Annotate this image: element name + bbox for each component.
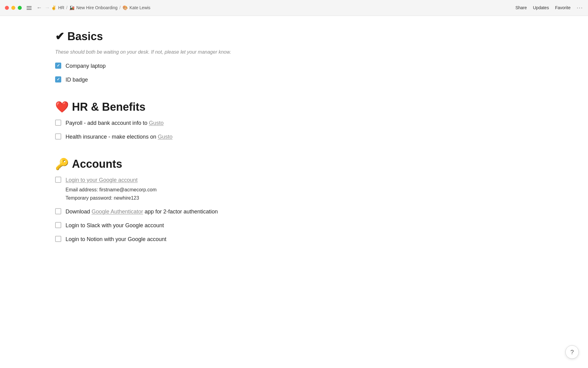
maximize-button[interactable] [18,6,22,10]
basics-title: ✔ Basics [55,28,251,45]
list-item: Download Google Authenticator app for 2-… [55,208,251,216]
hr-benefits-checklist: Payroll - add bank account info to Gusto… [55,119,251,141]
breadcrumb: ✌️ HR / 🚂 New Hire Onboarding / 🎨 Kate L… [51,5,515,11]
checkbox-google[interactable] [55,177,61,183]
breadcrumb-emoji-2: 🚂 [69,5,74,11]
badge-label: ID badge [66,76,88,84]
section-hr-benefits: ❤️ HR & Benefits Payroll - add bank acco… [55,99,251,141]
basics-checklist: Company laptop ID badge [55,62,251,84]
main-content: ✔ Basics These should both be waiting on… [0,16,306,270]
close-button[interactable] [5,6,9,10]
accounts-checklist: Login to your Google account Email addre… [55,176,251,243]
breadcrumb-hr[interactable]: HR [58,5,64,11]
accounts-title: 🔑 Accounts [55,156,251,172]
authenticator-link[interactable]: Google Authenticator [92,209,143,215]
laptop-label: Company laptop [66,62,106,70]
breadcrumb-emoji-1: ✌️ [51,5,56,11]
list-item: Login to your Google account Email addre… [55,176,251,202]
section-basics: ✔ Basics These should both be waiting on… [55,28,251,84]
minimize-button[interactable] [11,6,15,10]
checkbox-badge[interactable] [55,76,61,82]
menu-icon[interactable] [27,6,32,10]
basics-emoji: ✔ [55,28,64,45]
more-menu-button[interactable]: ··· [577,4,583,12]
titlebar: ← → ✌️ HR / 🚂 New Hire Onboarding / 🎨 Ka… [0,0,588,16]
traffic-lights [5,6,22,10]
section-accounts: 🔑 Accounts Login to your Google account … [55,156,251,243]
hr-benefits-title: ❤️ HR & Benefits [55,99,251,115]
basics-subtitle: These should both be waiting on your des… [55,48,251,56]
checkbox-authenticator[interactable] [55,208,61,214]
list-item: Health insurance - make elections on Gus… [55,133,251,141]
back-button[interactable]: ← [35,3,43,12]
payroll-label: Payroll - add bank account info to Gusto [66,119,164,127]
list-item: Login to Slack with your Google account [55,221,251,230]
share-button[interactable]: Share [515,5,527,11]
checkbox-slack[interactable] [55,222,61,228]
breadcrumb-kate[interactable]: Kate Lewis [130,5,150,11]
gusto-link-health[interactable]: Gusto [158,134,172,140]
forward-button[interactable]: → [43,3,51,12]
list-item: Company laptop [55,62,251,70]
list-item: Login to Notion with your Google account [55,235,251,243]
list-item: Payroll - add bank account info to Gusto [55,119,251,127]
list-item: ID badge [55,76,251,84]
slack-label: Login to Slack with your Google account [66,221,164,230]
updates-button[interactable]: Updates [533,5,549,11]
accounts-emoji: 🔑 [55,156,69,172]
google-account-link[interactable]: Login to your Google account [66,177,138,183]
gusto-link-payroll[interactable]: Gusto [149,120,164,126]
checkbox-payroll[interactable] [55,120,61,126]
authenticator-label: Download Google Authenticator app for 2-… [66,208,218,216]
google-sub: Email address: firstname@acmecorp.com Te… [66,186,156,202]
favorite-button[interactable]: Favorite [555,5,571,11]
notion-label: Login to Notion with your Google account [66,235,166,243]
breadcrumb-emoji-3: 🎨 [123,5,128,11]
checkbox-health[interactable] [55,133,61,140]
google-label: Login to your Google account Email addre… [66,176,156,202]
checkbox-laptop[interactable] [55,63,61,69]
hr-benefits-emoji: ❤️ [55,99,69,115]
breadcrumb-onboarding[interactable]: New Hire Onboarding [76,5,118,11]
titlebar-actions: Share Updates Favorite ··· [515,4,583,12]
checkbox-notion[interactable] [55,236,61,242]
health-label: Health insurance - make elections on Gus… [66,133,172,141]
